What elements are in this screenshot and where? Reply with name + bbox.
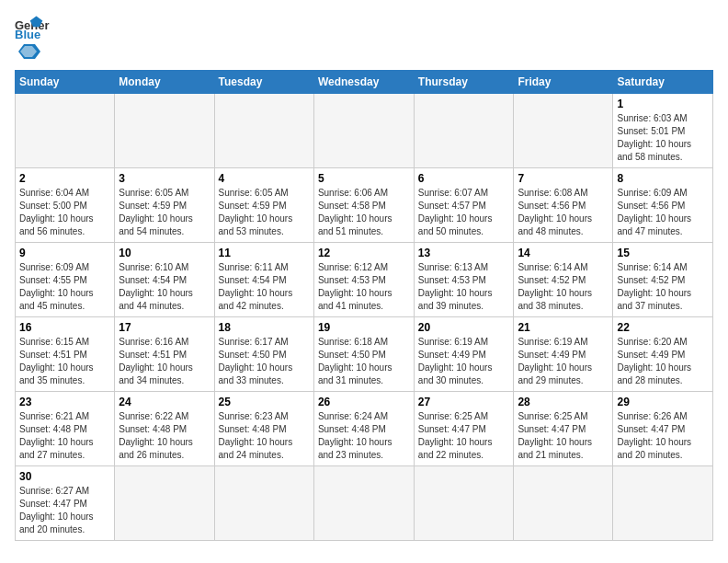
day-info: Sunrise: 6:20 AM Sunset: 4:49 PM Dayligh… [617,336,709,387]
calendar-cell: 5Sunrise: 6:06 AM Sunset: 4:58 PM Daylig… [313,168,414,243]
calendar-cell: 13Sunrise: 6:13 AM Sunset: 4:53 PM Dayli… [414,243,514,317]
day-number: 7 [518,172,609,185]
day-info: Sunrise: 6:13 AM Sunset: 4:53 PM Dayligh… [418,261,510,313]
calendar-cell [514,94,613,168]
day-number: 27 [418,396,510,408]
calendar-cell: 25Sunrise: 6:23 AM Sunset: 4:48 PM Dayli… [214,392,313,466]
day-info: Sunrise: 6:19 AM Sunset: 4:49 PM Dayligh… [418,336,510,387]
weekday-header-thursday: Thursday [414,71,514,94]
day-number: 2 [19,172,110,185]
day-number: 18 [219,321,310,334]
calendar-cell [414,466,514,541]
day-number: 24 [119,396,210,408]
day-info: Sunrise: 6:15 AM Sunset: 4:51 PM Dayligh… [19,336,110,387]
calendar-cell [16,94,115,168]
day-info: Sunrise: 6:26 AM Sunset: 4:47 PM Dayligh… [617,410,709,462]
calendar-cell: 16Sunrise: 6:15 AM Sunset: 4:51 PM Dayli… [16,317,115,392]
day-number: 19 [318,321,410,334]
day-number: 15 [617,247,709,259]
day-number: 13 [418,247,510,259]
day-number: 25 [219,396,310,408]
calendar-cell: 24Sunrise: 6:22 AM Sunset: 4:48 PM Dayli… [115,392,214,466]
day-info: Sunrise: 6:14 AM Sunset: 4:52 PM Dayligh… [617,261,709,313]
day-number: 30 [19,470,110,483]
calendar-cell: 7Sunrise: 6:08 AM Sunset: 4:56 PM Daylig… [514,168,613,243]
weekday-header-friday: Friday [514,71,613,94]
calendar-cell: 11Sunrise: 6:11 AM Sunset: 4:54 PM Dayli… [214,243,313,317]
day-info: Sunrise: 6:10 AM Sunset: 4:54 PM Dayligh… [119,261,210,313]
svg-text:Blue: Blue [15,28,40,40]
calendar-cell: 12Sunrise: 6:12 AM Sunset: 4:53 PM Dayli… [313,243,414,317]
calendar-cell: 30Sunrise: 6:27 AM Sunset: 4:47 PM Dayli… [16,466,115,541]
day-info: Sunrise: 6:06 AM Sunset: 4:58 PM Dayligh… [318,187,410,238]
logo-icon: General Blue [15,15,50,40]
calendar-cell: 18Sunrise: 6:17 AM Sunset: 4:50 PM Dayli… [214,317,313,392]
day-info: Sunrise: 6:07 AM Sunset: 4:57 PM Dayligh… [418,187,510,238]
calendar-cell [214,94,313,168]
calendar-cell [414,94,514,168]
day-number: 17 [119,321,210,334]
calendar-cell: 23Sunrise: 6:21 AM Sunset: 4:48 PM Dayli… [16,392,115,466]
day-number: 29 [617,396,709,408]
day-number: 21 [518,321,609,334]
calendar-cell: 17Sunrise: 6:16 AM Sunset: 4:51 PM Dayli… [115,317,214,392]
day-number: 8 [617,172,709,185]
calendar-cell [613,466,713,541]
calendar-cell: 21Sunrise: 6:19 AM Sunset: 4:49 PM Dayli… [514,317,613,392]
day-number: 1 [617,98,709,110]
calendar-cell [514,466,613,541]
day-number: 10 [119,247,210,259]
day-number: 23 [19,396,110,408]
calendar-cell: 2Sunrise: 6:04 AM Sunset: 5:00 PM Daylig… [16,168,115,243]
calendar-table: SundayMondayTuesdayWednesdayThursdayFrid… [15,70,713,541]
logo: General Blue [15,15,50,61]
calendar-cell: 10Sunrise: 6:10 AM Sunset: 4:54 PM Dayli… [115,243,214,317]
calendar-cell [115,466,214,541]
calendar-cell: 4Sunrise: 6:05 AM Sunset: 4:59 PM Daylig… [214,168,313,243]
weekday-header-sunday: Sunday [16,71,115,94]
day-info: Sunrise: 6:22 AM Sunset: 4:48 PM Dayligh… [119,410,210,462]
calendar-cell [115,94,214,168]
calendar-cell: 9Sunrise: 6:09 AM Sunset: 4:55 PM Daylig… [16,243,115,317]
day-info: Sunrise: 6:19 AM Sunset: 4:49 PM Dayligh… [518,336,609,387]
calendar-cell: 3Sunrise: 6:05 AM Sunset: 4:59 PM Daylig… [115,168,214,243]
calendar-cell: 28Sunrise: 6:25 AM Sunset: 4:47 PM Dayli… [514,392,613,466]
day-info: Sunrise: 6:12 AM Sunset: 4:53 PM Dayligh… [318,261,410,313]
logo-blue-icon [17,42,40,61]
day-info: Sunrise: 6:21 AM Sunset: 4:48 PM Dayligh… [19,410,110,462]
calendar-cell: 14Sunrise: 6:14 AM Sunset: 4:52 PM Dayli… [514,243,613,317]
calendar-cell: 26Sunrise: 6:24 AM Sunset: 4:48 PM Dayli… [313,392,414,466]
calendar-cell: 22Sunrise: 6:20 AM Sunset: 4:49 PM Dayli… [613,317,713,392]
calendar-cell: 20Sunrise: 6:19 AM Sunset: 4:49 PM Dayli… [414,317,514,392]
day-number: 28 [518,396,609,408]
day-number: 11 [219,247,310,259]
day-info: Sunrise: 6:18 AM Sunset: 4:50 PM Dayligh… [318,336,410,387]
day-info: Sunrise: 6:16 AM Sunset: 4:51 PM Dayligh… [119,336,210,387]
calendar-cell: 29Sunrise: 6:26 AM Sunset: 4:47 PM Dayli… [613,392,713,466]
calendar-cell [313,466,414,541]
day-info: Sunrise: 6:03 AM Sunset: 5:01 PM Dayligh… [617,112,709,164]
day-number: 16 [19,321,110,334]
day-info: Sunrise: 6:25 AM Sunset: 4:47 PM Dayligh… [418,410,510,462]
day-info: Sunrise: 6:11 AM Sunset: 4:54 PM Dayligh… [219,261,310,313]
calendar-cell: 6Sunrise: 6:07 AM Sunset: 4:57 PM Daylig… [414,168,514,243]
day-number: 12 [318,247,410,259]
day-number: 20 [418,321,510,334]
day-info: Sunrise: 6:27 AM Sunset: 4:47 PM Dayligh… [19,485,110,536]
day-info: Sunrise: 6:04 AM Sunset: 5:00 PM Dayligh… [19,187,110,238]
calendar-cell [313,94,414,168]
day-info: Sunrise: 6:05 AM Sunset: 4:59 PM Dayligh… [119,187,210,238]
day-info: Sunrise: 6:09 AM Sunset: 4:55 PM Dayligh… [19,261,110,313]
day-number: 3 [119,172,210,185]
day-info: Sunrise: 6:14 AM Sunset: 4:52 PM Dayligh… [518,261,609,313]
weekday-header-saturday: Saturday [613,71,713,94]
day-info: Sunrise: 6:24 AM Sunset: 4:48 PM Dayligh… [318,410,410,462]
weekday-header-wednesday: Wednesday [313,71,414,94]
day-info: Sunrise: 6:23 AM Sunset: 4:48 PM Dayligh… [219,410,310,462]
weekday-header-monday: Monday [115,71,214,94]
day-number: 4 [219,172,310,185]
calendar-cell: 8Sunrise: 6:09 AM Sunset: 4:56 PM Daylig… [613,168,713,243]
calendar-cell: 27Sunrise: 6:25 AM Sunset: 4:47 PM Dayli… [414,392,514,466]
calendar-cell: 15Sunrise: 6:14 AM Sunset: 4:52 PM Dayli… [613,243,713,317]
day-info: Sunrise: 6:08 AM Sunset: 4:56 PM Dayligh… [518,187,609,238]
